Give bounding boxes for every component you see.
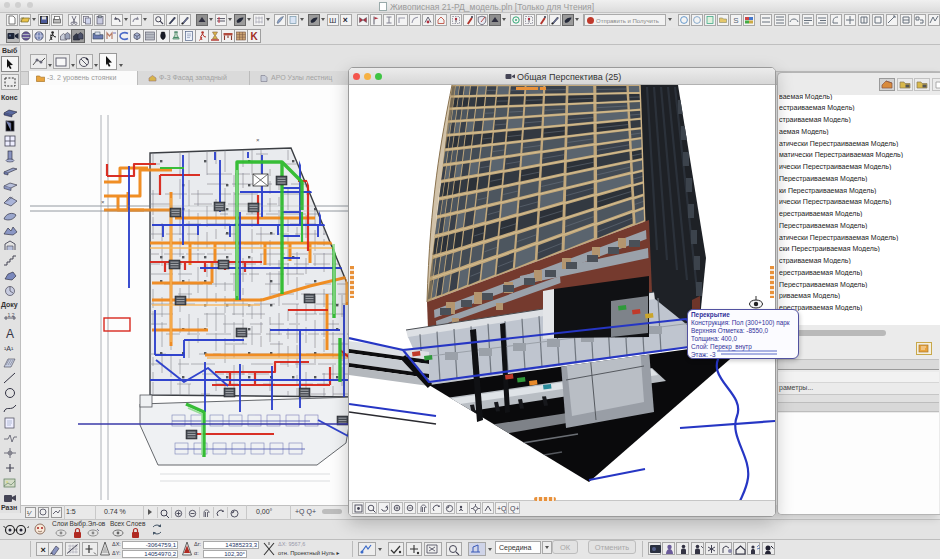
svg-text:A: A	[6, 327, 14, 340]
svg-text:Q+: Q+	[510, 505, 519, 513]
svg-text:+Q: +Q	[497, 505, 506, 513]
svg-text:1.2: 1.2	[8, 312, 15, 318]
svg-text:×: ×	[101, 199, 105, 205]
svg-text:×: ×	[343, 15, 348, 25]
svg-text:S: S	[733, 16, 738, 25]
svg-text:Ш: Ш	[329, 16, 336, 25]
svg-text:×: ×	[41, 545, 46, 555]
svg-text:×: ×	[256, 137, 260, 143]
svg-text:¹A¹: ¹A¹	[4, 345, 14, 352]
svg-text:K: K	[251, 31, 259, 42]
